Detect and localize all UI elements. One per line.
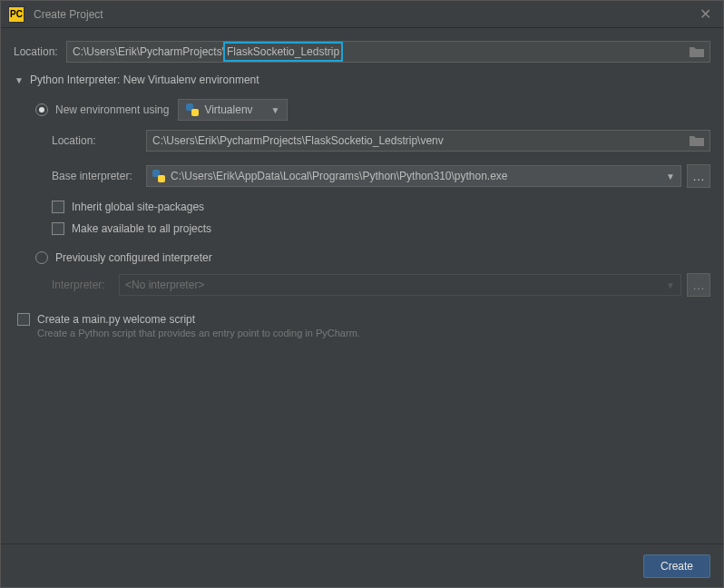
- interpreter-label: Interpreter:: [52, 279, 119, 291]
- interpreter-section-title: Python Interpreter: New Virtualenv envir…: [30, 74, 259, 86]
- location-path-prefix: C:\Users\Erik\PycharmProjects\: [73, 45, 225, 58]
- app-icon: PC: [8, 6, 24, 23]
- make-available-label: Make available to all projects: [72, 222, 211, 235]
- interpreter-value: <No interpreter>: [125, 279, 204, 291]
- project-location-input[interactable]: C:\Users\Erik\PycharmProjects\FlaskSocke…: [66, 41, 710, 63]
- chevron-down-icon: ▼: [14, 75, 24, 85]
- venv-location-input[interactable]: C:\Users\Erik\PycharmProjects\FlaskSocke…: [146, 130, 710, 152]
- prev-env-radio[interactable]: [35, 251, 48, 264]
- env-tool-value: Virtualenv: [204, 103, 252, 116]
- interpreter-more-button[interactable]: …: [687, 273, 710, 297]
- project-name-highlight: FlaskSocketio_Ledstrip: [223, 42, 343, 62]
- browse-folder-icon[interactable]: [690, 135, 704, 146]
- chevron-down-icon: ▼: [666, 172, 675, 181]
- interpreter-section-header[interactable]: ▼ Python Interpreter: New Virtualenv env…: [14, 74, 710, 86]
- base-interpreter-label: Base interpreter:: [52, 170, 146, 182]
- window-title: Create Project: [34, 8, 103, 21]
- inherit-packages-label: Inherit global site-packages: [72, 201, 204, 213]
- location-label: Location:: [14, 45, 66, 58]
- new-env-label: New environment using: [55, 103, 169, 116]
- browse-folder-icon[interactable]: [690, 46, 704, 57]
- project-name-text: FlaskSocketio_Ledstrip: [227, 43, 339, 61]
- interpreter-dropdown: <No interpreter> ▼: [119, 274, 681, 296]
- chevron-down-icon: ▼: [271, 105, 280, 115]
- chevron-down-icon: ▼: [666, 280, 675, 290]
- venv-location-value: C:\Users\Erik\PycharmProjects\FlaskSocke…: [152, 134, 444, 147]
- venv-location-label: Location:: [52, 134, 146, 147]
- python-icon: [186, 103, 199, 116]
- env-tool-dropdown[interactable]: Virtualenv ▼: [178, 99, 288, 121]
- make-available-checkbox[interactable]: [52, 222, 64, 235]
- base-interpreter-more-button[interactable]: …: [687, 164, 710, 188]
- mainpy-label: Create a main.py welcome script: [37, 313, 195, 326]
- base-interpreter-value: C:\Users\Erik\AppData\Local\Programs\Pyt…: [171, 170, 508, 182]
- mainpy-checkbox[interactable]: [17, 313, 30, 326]
- create-button[interactable]: Create: [643, 554, 710, 578]
- base-interpreter-dropdown[interactable]: C:\Users\Erik\AppData\Local\Programs\Pyt…: [146, 165, 681, 187]
- mainpy-helper-text: Create a Python script that provides an …: [14, 328, 710, 338]
- prev-env-label: Previously configured interpreter: [55, 251, 212, 264]
- python-icon: [152, 170, 165, 182]
- inherit-packages-checkbox[interactable]: [52, 201, 64, 213]
- close-icon[interactable]: ✕: [694, 5, 716, 23]
- new-env-radio[interactable]: [35, 103, 48, 116]
